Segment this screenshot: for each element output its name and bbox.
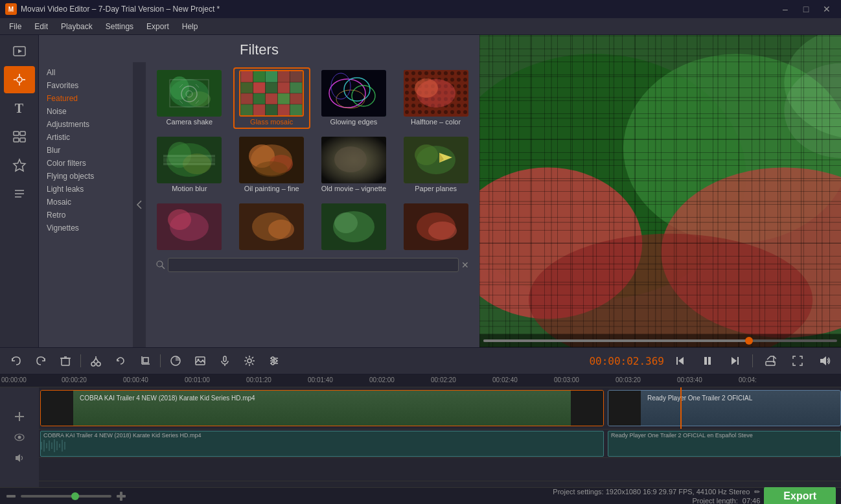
- progress-thumb[interactable]: [745, 337, 753, 345]
- export-share-button[interactable]: [759, 351, 781, 371]
- filter-label-paper-planes: Paper planes: [415, 185, 457, 193]
- cat-featured[interactable]: Featured: [39, 92, 133, 105]
- video-clip-1[interactable]: COBRA KAI Trailer 4 NEW (2018) Karate Ki…: [40, 390, 604, 426]
- filter-glowing-edges[interactable]: Glowing edges: [316, 67, 393, 129]
- cat-artistic[interactable]: Artistic: [39, 131, 133, 144]
- svg-point-76: [255, 161, 288, 177]
- menu-playback[interactable]: Playback: [54, 18, 99, 35]
- audio-clip-2[interactable]: Ready Player One Trailer 2 OFICIAL en Es…: [608, 431, 841, 457]
- adjust-button[interactable]: [263, 351, 285, 371]
- redo-button[interactable]: [30, 351, 52, 371]
- filter-row4-2[interactable]: [233, 201, 310, 254]
- filter-motion-blur[interactable]: Motion blur: [151, 134, 228, 196]
- search-clear-button[interactable]: ✕: [461, 260, 469, 270]
- project-length-row: Project length: 07:46: [692, 497, 760, 505]
- filter-old-movie[interactable]: Old movie – vignette: [316, 134, 393, 196]
- sidebar-btn-sticker[interactable]: [4, 152, 35, 179]
- cat-light-leaks[interactable]: Light leaks: [39, 183, 133, 196]
- sidebar-btn-music[interactable]: [4, 180, 35, 207]
- sidebar-btn-text[interactable]: T: [4, 95, 35, 122]
- project-info: Project settings: 1920x1080 16:9 29.97 F…: [131, 488, 760, 505]
- filter-paper-planes[interactable]: Paper planes: [397, 134, 474, 196]
- cat-flying-objects[interactable]: Flying objects: [39, 170, 133, 183]
- cat-color-filters[interactable]: Color filters: [39, 157, 133, 170]
- timeline-eye-button[interactable]: [12, 430, 27, 445]
- svg-rect-54: [321, 70, 386, 117]
- undo-button[interactable]: [5, 351, 27, 371]
- timeline-audio-btn[interactable]: [12, 450, 27, 466]
- ruler-mark-1: 00:00:20: [62, 376, 87, 384]
- ruler-mark-10: 00:03:20: [616, 376, 641, 384]
- audio-button[interactable]: [214, 351, 236, 371]
- timeline-tracks: COBRA KAI Trailer 4 NEW (2018) Karate Ki…: [39, 387, 841, 487]
- export-button[interactable]: Export: [764, 487, 836, 505]
- progress-track[interactable]: [483, 339, 837, 342]
- close-button[interactable]: ✕: [818, 0, 836, 18]
- cat-all[interactable]: All: [39, 66, 133, 79]
- cat-retro[interactable]: Retro: [39, 209, 133, 222]
- svg-rect-146: [62, 358, 69, 365]
- menu-export[interactable]: Export: [140, 18, 176, 35]
- crop-button[interactable]: [134, 351, 156, 371]
- filters-collapse-button[interactable]: [133, 62, 146, 347]
- svg-rect-189: [59, 444, 60, 448]
- edit-settings-icon[interactable]: ✏: [754, 488, 760, 496]
- svg-point-167: [274, 360, 277, 362]
- sidebar-btn-media[interactable]: [4, 38, 35, 65]
- filter-thumb-camera-shake: [157, 70, 222, 117]
- svg-point-87: [168, 209, 191, 230]
- cat-mosaic[interactable]: Mosaic: [39, 196, 133, 209]
- filter-row4-1[interactable]: [151, 201, 228, 254]
- svg-marker-169: [678, 357, 684, 365]
- maximize-button[interactable]: □: [797, 0, 815, 18]
- filter-thumb-glass-mosaic: [239, 70, 304, 117]
- svg-rect-37: [241, 93, 253, 104]
- playhead[interactable]: [680, 387, 682, 429]
- video-clip-2[interactable]: Ready Player One Trailer 2 OFICIAL: [608, 390, 841, 426]
- cut-button[interactable]: [85, 351, 107, 371]
- filters-categories: All Favorites Featured Noise Adjustments…: [39, 62, 133, 347]
- image-button[interactable]: [189, 351, 211, 371]
- filter-thumb-row4-3: [321, 203, 386, 250]
- svg-rect-34: [266, 82, 278, 93]
- timeline-add-track-button[interactable]: [12, 409, 27, 424]
- menu-file[interactable]: File: [3, 18, 28, 35]
- audio-track-row-1: COBRA KAI Trailer 4 NEW (2018) Karate Ki…: [39, 429, 841, 457]
- sidebar-btn-filters[interactable]: [4, 66, 35, 93]
- preview-progress-bar[interactable]: [479, 334, 841, 347]
- delete-button[interactable]: [54, 351, 76, 371]
- svg-rect-9: [14, 138, 19, 142]
- scale-slider[interactable]: [21, 495, 111, 498]
- menu-help[interactable]: Help: [176, 18, 205, 35]
- audio-clip-1[interactable]: COBRA KAI Trailer 4 NEW (2018) Karate Ki…: [40, 431, 604, 457]
- filter-search-input[interactable]: [168, 258, 459, 272]
- svg-point-166: [271, 357, 274, 360]
- filter-oil-painting[interactable]: Oil painting – fine: [233, 134, 310, 196]
- filter-halftone[interactable]: Halftone – color: [397, 67, 474, 129]
- cat-favorites[interactable]: Favorites: [39, 79, 133, 92]
- next-frame-button[interactable]: [724, 351, 746, 371]
- fullscreen-button[interactable]: [787, 351, 809, 371]
- menu-settings[interactable]: Settings: [99, 18, 140, 35]
- cat-vignettes[interactable]: Vignettes: [39, 222, 133, 235]
- rotate-button[interactable]: [109, 351, 132, 371]
- prev-frame-button[interactable]: [669, 351, 691, 371]
- svg-point-144: [784, 35, 841, 139]
- cat-adjustments[interactable]: Adjustments: [39, 118, 133, 131]
- filter-camera-shake[interactable]: Camera shake: [151, 67, 228, 129]
- volume-button[interactable]: [814, 351, 836, 371]
- filter-row4-4[interactable]: [397, 201, 474, 254]
- scale-slider-thumb[interactable]: [71, 492, 79, 500]
- color-button[interactable]: [165, 351, 187, 371]
- toolbar: 00:00:02.369: [0, 347, 841, 374]
- cat-blur[interactable]: Blur: [39, 144, 133, 157]
- filter-row4-3[interactable]: [316, 201, 393, 254]
- menu-edit[interactable]: Edit: [28, 18, 54, 35]
- minimize-button[interactable]: –: [776, 0, 794, 18]
- cat-noise[interactable]: Noise: [39, 105, 133, 118]
- toolbar-separator-1: [80, 354, 81, 367]
- filter-glass-mosaic[interactable]: Glass mosaic: [233, 67, 310, 129]
- sidebar-btn-transitions[interactable]: [4, 123, 35, 150]
- pause-button[interactable]: [697, 351, 719, 371]
- settings-button[interactable]: [238, 351, 260, 371]
